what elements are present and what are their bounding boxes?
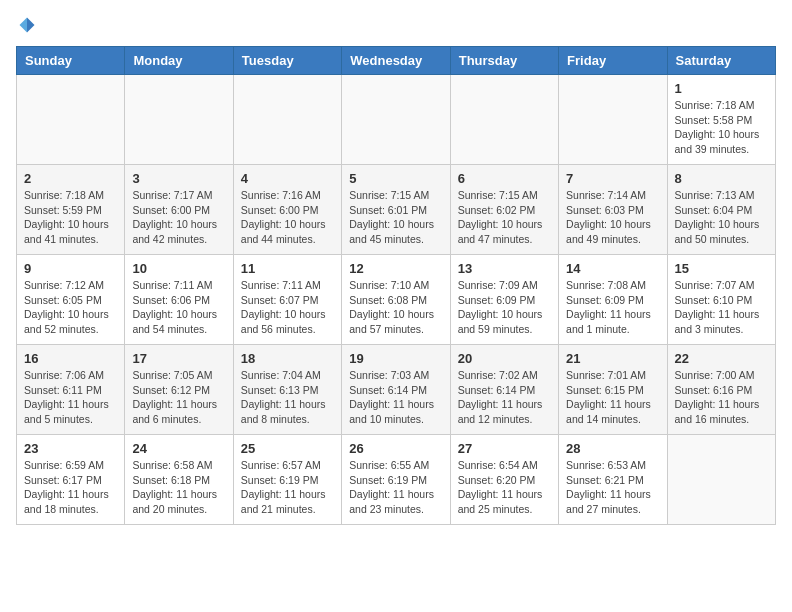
logo-icon [18, 16, 36, 34]
day-number: 10 [132, 261, 225, 276]
day-number: 16 [24, 351, 117, 366]
day-info: Sunrise: 7:03 AM Sunset: 6:14 PM Dayligh… [349, 368, 442, 427]
calendar-day-cell: 26Sunrise: 6:55 AM Sunset: 6:19 PM Dayli… [342, 435, 450, 525]
svg-marker-1 [20, 18, 28, 33]
calendar-day-cell: 2Sunrise: 7:18 AM Sunset: 5:59 PM Daylig… [17, 165, 125, 255]
calendar-day-cell: 25Sunrise: 6:57 AM Sunset: 6:19 PM Dayli… [233, 435, 341, 525]
day-number: 22 [675, 351, 768, 366]
day-number: 27 [458, 441, 551, 456]
day-info: Sunrise: 7:05 AM Sunset: 6:12 PM Dayligh… [132, 368, 225, 427]
day-number: 1 [675, 81, 768, 96]
day-info: Sunrise: 7:07 AM Sunset: 6:10 PM Dayligh… [675, 278, 768, 337]
day-info: Sunrise: 7:15 AM Sunset: 6:02 PM Dayligh… [458, 188, 551, 247]
calendar-day-cell: 10Sunrise: 7:11 AM Sunset: 6:06 PM Dayli… [125, 255, 233, 345]
day-number: 20 [458, 351, 551, 366]
day-number: 6 [458, 171, 551, 186]
weekday-header-wednesday: Wednesday [342, 47, 450, 75]
day-info: Sunrise: 6:59 AM Sunset: 6:17 PM Dayligh… [24, 458, 117, 517]
day-number: 3 [132, 171, 225, 186]
day-number: 7 [566, 171, 659, 186]
calendar-day-cell: 19Sunrise: 7:03 AM Sunset: 6:14 PM Dayli… [342, 345, 450, 435]
calendar-week-row: 23Sunrise: 6:59 AM Sunset: 6:17 PM Dayli… [17, 435, 776, 525]
day-number: 26 [349, 441, 442, 456]
calendar-day-cell: 1Sunrise: 7:18 AM Sunset: 5:58 PM Daylig… [667, 75, 775, 165]
calendar-day-cell [559, 75, 667, 165]
day-info: Sunrise: 7:10 AM Sunset: 6:08 PM Dayligh… [349, 278, 442, 337]
day-number: 15 [675, 261, 768, 276]
calendar-week-row: 9Sunrise: 7:12 AM Sunset: 6:05 PM Daylig… [17, 255, 776, 345]
day-number: 2 [24, 171, 117, 186]
day-info: Sunrise: 7:02 AM Sunset: 6:14 PM Dayligh… [458, 368, 551, 427]
calendar-day-cell: 16Sunrise: 7:06 AM Sunset: 6:11 PM Dayli… [17, 345, 125, 435]
calendar-day-cell: 22Sunrise: 7:00 AM Sunset: 6:16 PM Dayli… [667, 345, 775, 435]
day-info: Sunrise: 7:11 AM Sunset: 6:06 PM Dayligh… [132, 278, 225, 337]
calendar-day-cell [125, 75, 233, 165]
day-number: 14 [566, 261, 659, 276]
day-info: Sunrise: 7:18 AM Sunset: 5:59 PM Dayligh… [24, 188, 117, 247]
calendar-day-cell: 27Sunrise: 6:54 AM Sunset: 6:20 PM Dayli… [450, 435, 558, 525]
calendar-day-cell: 14Sunrise: 7:08 AM Sunset: 6:09 PM Dayli… [559, 255, 667, 345]
calendar-day-cell: 23Sunrise: 6:59 AM Sunset: 6:17 PM Dayli… [17, 435, 125, 525]
day-number: 28 [566, 441, 659, 456]
day-number: 19 [349, 351, 442, 366]
day-info: Sunrise: 7:16 AM Sunset: 6:00 PM Dayligh… [241, 188, 334, 247]
calendar-day-cell: 13Sunrise: 7:09 AM Sunset: 6:09 PM Dayli… [450, 255, 558, 345]
day-info: Sunrise: 6:57 AM Sunset: 6:19 PM Dayligh… [241, 458, 334, 517]
weekday-header-row: SundayMondayTuesdayWednesdayThursdayFrid… [17, 47, 776, 75]
weekday-header-saturday: Saturday [667, 47, 775, 75]
calendar-day-cell: 24Sunrise: 6:58 AM Sunset: 6:18 PM Dayli… [125, 435, 233, 525]
day-info: Sunrise: 6:55 AM Sunset: 6:19 PM Dayligh… [349, 458, 442, 517]
calendar-table: SundayMondayTuesdayWednesdayThursdayFrid… [16, 46, 776, 525]
weekday-header-tuesday: Tuesday [233, 47, 341, 75]
day-number: 18 [241, 351, 334, 366]
logo [16, 16, 36, 34]
day-number: 17 [132, 351, 225, 366]
day-info: Sunrise: 7:12 AM Sunset: 6:05 PM Dayligh… [24, 278, 117, 337]
calendar-week-row: 16Sunrise: 7:06 AM Sunset: 6:11 PM Dayli… [17, 345, 776, 435]
calendar-day-cell [450, 75, 558, 165]
calendar-day-cell: 9Sunrise: 7:12 AM Sunset: 6:05 PM Daylig… [17, 255, 125, 345]
day-info: Sunrise: 7:09 AM Sunset: 6:09 PM Dayligh… [458, 278, 551, 337]
day-number: 5 [349, 171, 442, 186]
calendar-day-cell: 21Sunrise: 7:01 AM Sunset: 6:15 PM Dayli… [559, 345, 667, 435]
calendar-day-cell: 15Sunrise: 7:07 AM Sunset: 6:10 PM Dayli… [667, 255, 775, 345]
weekday-header-friday: Friday [559, 47, 667, 75]
day-info: Sunrise: 7:06 AM Sunset: 6:11 PM Dayligh… [24, 368, 117, 427]
calendar-day-cell: 17Sunrise: 7:05 AM Sunset: 6:12 PM Dayli… [125, 345, 233, 435]
calendar-day-cell: 3Sunrise: 7:17 AM Sunset: 6:00 PM Daylig… [125, 165, 233, 255]
calendar-day-cell: 5Sunrise: 7:15 AM Sunset: 6:01 PM Daylig… [342, 165, 450, 255]
calendar-day-cell: 20Sunrise: 7:02 AM Sunset: 6:14 PM Dayli… [450, 345, 558, 435]
day-number: 25 [241, 441, 334, 456]
day-number: 4 [241, 171, 334, 186]
day-info: Sunrise: 6:58 AM Sunset: 6:18 PM Dayligh… [132, 458, 225, 517]
day-number: 8 [675, 171, 768, 186]
calendar-week-row: 1Sunrise: 7:18 AM Sunset: 5:58 PM Daylig… [17, 75, 776, 165]
calendar-day-cell: 18Sunrise: 7:04 AM Sunset: 6:13 PM Dayli… [233, 345, 341, 435]
calendar-day-cell: 28Sunrise: 6:53 AM Sunset: 6:21 PM Dayli… [559, 435, 667, 525]
calendar-day-cell: 6Sunrise: 7:15 AM Sunset: 6:02 PM Daylig… [450, 165, 558, 255]
calendar-day-cell [342, 75, 450, 165]
day-info: Sunrise: 7:04 AM Sunset: 6:13 PM Dayligh… [241, 368, 334, 427]
calendar-day-cell [233, 75, 341, 165]
calendar-day-cell: 4Sunrise: 7:16 AM Sunset: 6:00 PM Daylig… [233, 165, 341, 255]
day-info: Sunrise: 7:14 AM Sunset: 6:03 PM Dayligh… [566, 188, 659, 247]
calendar-week-row: 2Sunrise: 7:18 AM Sunset: 5:59 PM Daylig… [17, 165, 776, 255]
calendar-day-cell [667, 435, 775, 525]
day-number: 9 [24, 261, 117, 276]
day-info: Sunrise: 6:53 AM Sunset: 6:21 PM Dayligh… [566, 458, 659, 517]
day-info: Sunrise: 7:11 AM Sunset: 6:07 PM Dayligh… [241, 278, 334, 337]
page-header [16, 16, 776, 34]
day-info: Sunrise: 7:08 AM Sunset: 6:09 PM Dayligh… [566, 278, 659, 337]
calendar-day-cell: 7Sunrise: 7:14 AM Sunset: 6:03 PM Daylig… [559, 165, 667, 255]
calendar-day-cell [17, 75, 125, 165]
day-info: Sunrise: 7:00 AM Sunset: 6:16 PM Dayligh… [675, 368, 768, 427]
day-number: 11 [241, 261, 334, 276]
svg-marker-0 [27, 18, 35, 33]
day-info: Sunrise: 7:01 AM Sunset: 6:15 PM Dayligh… [566, 368, 659, 427]
calendar-day-cell: 8Sunrise: 7:13 AM Sunset: 6:04 PM Daylig… [667, 165, 775, 255]
day-number: 12 [349, 261, 442, 276]
day-number: 13 [458, 261, 551, 276]
calendar-day-cell: 12Sunrise: 7:10 AM Sunset: 6:08 PM Dayli… [342, 255, 450, 345]
weekday-header-sunday: Sunday [17, 47, 125, 75]
day-info: Sunrise: 7:13 AM Sunset: 6:04 PM Dayligh… [675, 188, 768, 247]
